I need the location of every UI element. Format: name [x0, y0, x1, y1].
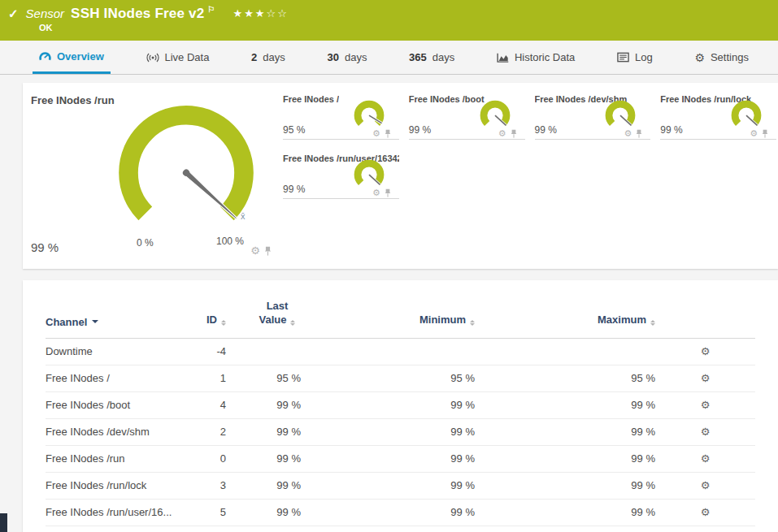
- pin-icon[interactable]: [511, 129, 517, 138]
- column-header-minimum[interactable]: Minimum: [301, 280, 475, 338]
- channel-settings-icon[interactable]: ⚙: [701, 452, 711, 465]
- sort-icon: [221, 318, 226, 328]
- channel-id: 4: [200, 391, 226, 418]
- channel-table-card: Channel ID Last Value Minimum Maximum Do…: [23, 280, 778, 532]
- column-label: Last Value: [259, 300, 289, 326]
- channel-gear-icon[interactable]: ⚙: [498, 129, 506, 138]
- table-row[interactable]: Free INodes /dev/shm 2 99 % 99 % 99 % ⚙: [46, 418, 755, 445]
- table-row[interactable]: Free INodes /run 0 99 % 99 % 99 % ⚙: [46, 445, 755, 472]
- channel-maximum: 99 %: [475, 499, 655, 526]
- overview-gauges-card: Free INodes /run x̄ 0 % 100 % 99 % ⚙ Fre…: [23, 83, 778, 269]
- channel-gear-icon[interactable]: ⚙: [624, 129, 632, 138]
- channel-id: 3: [200, 472, 226, 499]
- column-label: Minimum: [419, 314, 466, 326]
- mini-gauge-title: Free INodes /boot: [409, 94, 485, 104]
- empty-cell: [660, 147, 776, 199]
- channel-settings-icon[interactable]: ⚙: [701, 399, 711, 411]
- content-area: Free INodes /run x̄ 0 % 100 % 99 % ⚙ Fre…: [0, 75, 778, 532]
- primary-gauge: [112, 96, 260, 244]
- table-row[interactable]: Downtime -4 ⚙: [46, 338, 755, 365]
- channel-gear-icon[interactable]: ⚙: [372, 129, 380, 138]
- sensor-title: SSH INodes Free v2⚐: [71, 5, 215, 22]
- column-header-actions: [655, 280, 755, 338]
- channel-minimum: 95 %: [301, 365, 475, 391]
- channel-name[interactable]: Free INodes /run/lock: [46, 472, 200, 499]
- tab-2-days[interactable]: 2 days: [245, 41, 292, 74]
- sort-desc-icon: [92, 320, 98, 327]
- mini-gauge: [478, 97, 512, 131]
- column-header-last-value[interactable]: Last Value: [226, 280, 301, 338]
- mini-gauge-value: 99 %: [409, 124, 431, 136]
- channel-minimum: 99 %: [301, 445, 475, 472]
- pin-icon[interactable]: [636, 129, 642, 138]
- table-row[interactable]: Free INodes /boot 4 99 % 99 % 99 % ⚙: [46, 391, 755, 418]
- log-icon: [617, 52, 629, 63]
- tab-log[interactable]: Log: [611, 41, 659, 74]
- mini-gauge-value: 99 %: [283, 184, 305, 195]
- tab-365-days[interactable]: 365 days: [402, 41, 461, 74]
- channel-gear-icon[interactable]: ⚙: [750, 129, 758, 138]
- channel-id: 0: [200, 445, 226, 472]
- channel-settings-icon[interactable]: ⚙: [701, 345, 711, 357]
- sort-icon: [470, 318, 475, 328]
- pin-icon[interactable]: [385, 129, 391, 138]
- channel-minimum: 99 %: [301, 499, 475, 526]
- channel-id: 1: [200, 365, 226, 391]
- channel-maximum: 99 %: [475, 391, 655, 418]
- channel-last-value: 99 %: [226, 499, 301, 526]
- tab-label: Live Data: [165, 51, 210, 63]
- empty-cell: [409, 147, 525, 199]
- tab-historic-data[interactable]: Historic Data: [490, 41, 581, 74]
- channel-name[interactable]: Free INodes /run: [46, 445, 200, 472]
- channel-name[interactable]: Free INodes /dev/shm: [46, 418, 200, 445]
- mini-gauge: [729, 97, 763, 131]
- channel-name[interactable]: Free INodes /boot: [46, 391, 200, 418]
- channel-last-value: 99 %: [226, 472, 301, 499]
- tab-bar: Overview Live Data 2 days 30 days 365 da…: [0, 41, 778, 75]
- channel-settings-icon[interactable]: ⚙: [701, 426, 711, 438]
- channel-maximum: 99 %: [475, 472, 655, 499]
- mini-gauge-value: 95 %: [283, 124, 305, 136]
- pin-icon[interactable]: [385, 188, 391, 197]
- channel-maximum: 99 %: [475, 445, 655, 472]
- channel-gear-icon[interactable]: ⚙: [372, 188, 380, 197]
- tab-number: 30: [327, 51, 338, 63]
- column-label: Channel: [46, 316, 87, 328]
- tab-30-days[interactable]: 30 days: [320, 41, 373, 74]
- channel-gear-icon[interactable]: ⚙: [250, 245, 260, 256]
- channel-id: 2: [200, 418, 226, 445]
- tab-overview[interactable]: Overview: [33, 41, 111, 74]
- column-header-id[interactable]: ID: [200, 280, 226, 338]
- column-header-maximum[interactable]: Maximum: [475, 280, 655, 338]
- gauge-value: 99 %: [31, 240, 59, 254]
- priority-stars[interactable]: ★★★☆☆: [233, 7, 289, 19]
- tab-label: Historic Data: [515, 51, 575, 63]
- primary-gauge-panel: Free INodes /run x̄ 0 % 100 % 99 % ⚙: [23, 83, 283, 269]
- mean-marker: x̄: [241, 211, 246, 221]
- mini-gauge-cell: Free INodes /boot 99 % ⚙: [409, 88, 525, 140]
- channel-settings-icon[interactable]: ⚙: [701, 506, 711, 518]
- mini-gauge-title: Free INodes /: [283, 94, 339, 104]
- flag-icon[interactable]: ⚐: [207, 5, 215, 14]
- gauge-max-label: 100 %: [216, 236, 244, 247]
- table-row[interactable]: Free INodes /run/lock 3 99 % 99 % 99 % ⚙: [46, 472, 755, 499]
- table-row[interactable]: Free INodes /run/user/16... 5 99 % 99 % …: [46, 499, 755, 526]
- mini-gauge-cell: Free INodes /run/user/16342... 99 % ⚙: [283, 147, 399, 199]
- table-row[interactable]: Free INodes / 1 95 % 95 % 95 % ⚙: [46, 365, 755, 391]
- tab-settings[interactable]: ⚙ Settings: [688, 41, 755, 74]
- channel-settings-icon[interactable]: ⚙: [701, 479, 711, 491]
- pin-icon[interactable]: [762, 129, 768, 138]
- channel-name[interactable]: Downtime: [46, 338, 200, 365]
- mini-gauge-cell: Free INodes /dev/shm 99 % ⚙: [535, 88, 651, 140]
- mini-gauge: [603, 97, 637, 131]
- channel-name[interactable]: Free INodes /run/user/16...: [46, 499, 200, 526]
- channel-settings-icon[interactable]: ⚙: [701, 372, 711, 384]
- tab-label: Overview: [57, 50, 104, 63]
- tab-live-data[interactable]: Live Data: [140, 41, 216, 74]
- column-header-channel[interactable]: Channel: [46, 280, 200, 338]
- pin-icon[interactable]: [264, 246, 272, 256]
- channel-name[interactable]: Free INodes /: [46, 365, 200, 391]
- tab-label: Log: [635, 51, 653, 63]
- channel-maximum: [475, 338, 655, 365]
- column-label: Maximum: [598, 314, 646, 326]
